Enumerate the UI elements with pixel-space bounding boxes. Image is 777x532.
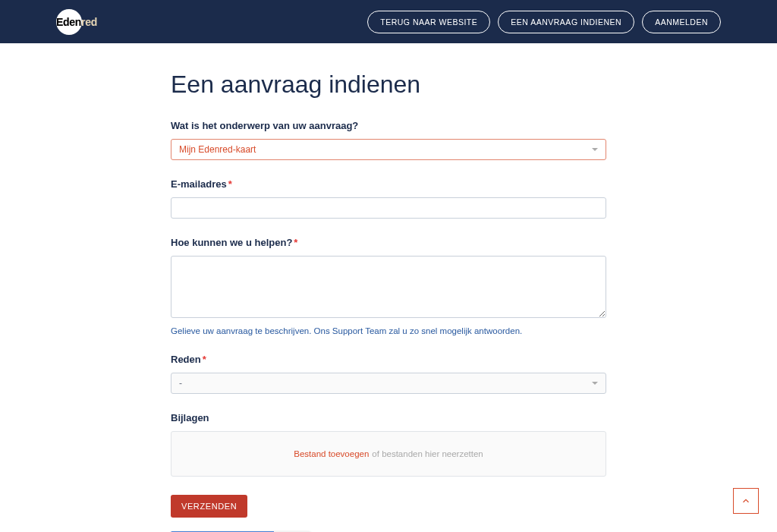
reason-label: Reden* [171, 354, 606, 365]
required-icon: * [228, 178, 232, 190]
nav-sign-in[interactable]: AANMELDEN [642, 11, 721, 33]
submit-button[interactable]: VERZENDEN [171, 495, 247, 518]
reason-selected-value: - [179, 378, 182, 389]
add-file-link[interactable]: Bestand toevoegen [294, 449, 369, 458]
field-reason: Reden* - [171, 354, 606, 394]
required-icon: * [294, 237, 297, 248]
page-title: Een aanvraag indienen [171, 71, 606, 99]
email-label: E-mailadres* [171, 178, 606, 190]
email-input[interactable] [171, 197, 606, 219]
field-subject: Wat is het onderwerp van uw aanvraag? Mi… [171, 120, 606, 160]
help-textarea[interactable] [171, 256, 606, 318]
nav-back-to-site[interactable]: TERUG NAAR WEBSITE [367, 11, 490, 33]
field-attachments: Bijlagen Bestand toevoegen of bestanden … [171, 412, 606, 477]
chevron-up-icon [741, 496, 751, 506]
brand-name: Edenred [56, 16, 97, 28]
field-email: E-mailadres* [171, 178, 606, 219]
required-icon: * [203, 354, 206, 365]
request-form-container: Een aanvraag indienen Wat is het onderwe… [171, 43, 606, 532]
chevron-down-icon [592, 382, 598, 385]
subject-selected-value: Mijn Edenred-kaart [179, 144, 256, 155]
header-nav: TERUG NAAR WEBSITE EEN AANVRAAG INDIENEN… [367, 11, 721, 33]
chevron-down-icon [592, 148, 598, 151]
scroll-to-top-button[interactable] [733, 488, 759, 514]
site-header: Edenred TERUG NAAR WEBSITE EEN AANVRAAG … [0, 0, 777, 43]
field-help: Hoe kunnen we u helpen?* Gelieve uw aanv… [171, 237, 606, 335]
reason-select[interactable]: - [171, 373, 606, 394]
subject-label: Wat is het onderwerp van uw aanvraag? [171, 120, 606, 131]
brand-logo[interactable]: Edenred [56, 9, 102, 35]
attachments-label: Bijlagen [171, 412, 606, 423]
help-hint: Gelieve uw aanvraag te beschrijven. Ons … [171, 326, 606, 335]
help-label-text: Hoe kunnen we u helpen? [171, 237, 292, 248]
attachment-dropzone[interactable]: Bestand toevoegen of bestanden hier neer… [171, 431, 606, 477]
nav-submit-request[interactable]: EEN AANVRAAG INDIENEN [498, 11, 634, 33]
reason-label-text: Reden [171, 354, 201, 365]
email-label-text: E-mailadres [171, 178, 227, 190]
subject-select[interactable]: Mijn Edenred-kaart [171, 139, 606, 160]
dropzone-rest-text: of bestanden hier neerzetten [372, 449, 483, 458]
help-label: Hoe kunnen we u helpen?* [171, 237, 606, 248]
